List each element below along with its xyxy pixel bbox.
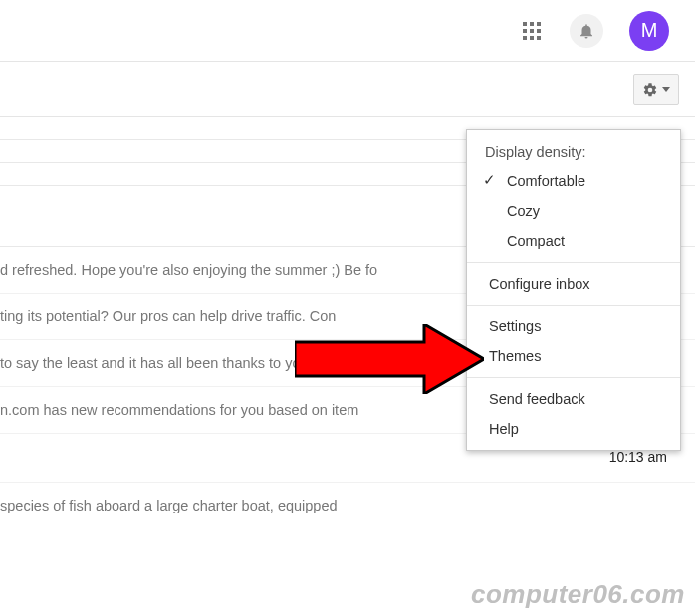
gear-icon (642, 82, 658, 98)
menu-item-settings[interactable]: Settings (467, 311, 680, 341)
density-option-comfortable[interactable]: Comfortable (467, 166, 680, 196)
toolbar (0, 62, 695, 117)
dropdown-section-header: Display density: (467, 140, 680, 166)
message-snippet: d refreshed. Hope you're also enjoying t… (0, 262, 377, 278)
watermark-text: computer06.com (471, 579, 685, 610)
app-header: M (0, 0, 695, 62)
menu-separator (467, 305, 680, 306)
menu-item-send-feedback[interactable]: Send feedback (467, 384, 680, 414)
menu-separator (467, 262, 680, 263)
avatar-initial: M (641, 19, 658, 42)
account-avatar[interactable]: M (629, 11, 669, 51)
message-snippet: n.com has new recommendations for you ba… (0, 402, 358, 418)
apps-icon[interactable] (520, 19, 544, 43)
apps-grid-glyph (523, 22, 541, 40)
density-option-compact[interactable]: Compact (467, 226, 680, 256)
menu-item-configure-inbox[interactable]: Configure inbox (467, 269, 680, 299)
message-snippet: ting its potential? Our pros can help dr… (0, 308, 336, 324)
settings-dropdown: Display density: Comfortable Cozy Compac… (466, 129, 681, 451)
settings-gear-button[interactable] (633, 74, 679, 105)
menu-item-help[interactable]: Help (467, 414, 680, 444)
menu-separator (467, 377, 680, 378)
caret-down-icon (662, 87, 670, 92)
message-snippet: species of fish aboard a large charter b… (0, 498, 338, 513)
menu-item-themes[interactable]: Themes (467, 341, 680, 371)
bell-icon (578, 22, 595, 40)
notifications-button[interactable] (570, 14, 603, 48)
density-option-cozy[interactable]: Cozy (467, 196, 680, 226)
message-snippet: to say the least and it has all been tha… (0, 355, 365, 371)
table-row[interactable]: species of fish aboard a large charter b… (0, 483, 695, 528)
message-time: 10:13 am (609, 449, 667, 465)
